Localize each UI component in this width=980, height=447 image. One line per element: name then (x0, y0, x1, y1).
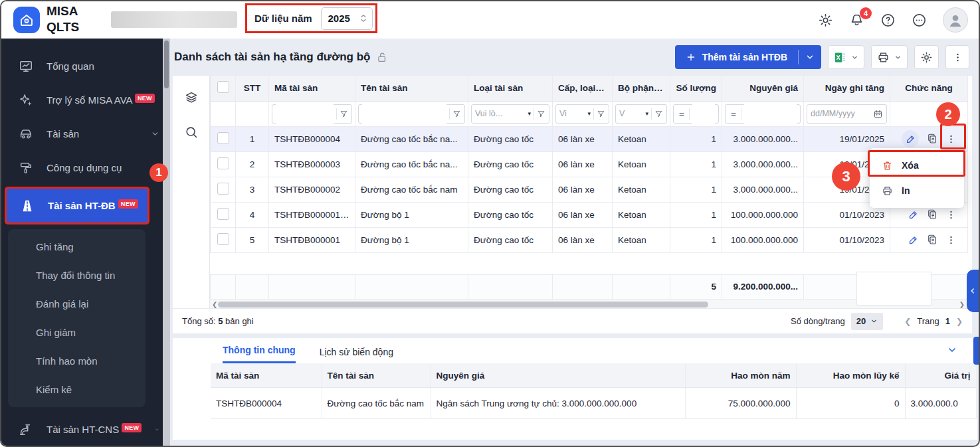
context-menu-delete[interactable]: Xóa (870, 153, 964, 178)
pinned-actions-summary-cell (856, 272, 931, 306)
add-asset-dropdown-button[interactable] (799, 45, 821, 69)
table-row[interactable]: 5 TSHTĐB000001 Đường bộ 1 Đường cao tốc … (211, 227, 968, 252)
funnel-icon[interactable] (340, 110, 348, 118)
col-so-luong[interactable]: Số lượng (670, 76, 722, 101)
row-checkbox[interactable] (217, 157, 229, 169)
col-stt[interactable]: STT (236, 76, 269, 101)
settings-button[interactable] (818, 13, 833, 28)
submenu-item-danh-gia-lai[interactable]: Đánh giá lại (8, 290, 146, 318)
collapse-panel-icon[interactable] (947, 345, 957, 355)
duplicate-button[interactable] (926, 234, 938, 246)
filter-cost-input[interactable] (744, 104, 797, 124)
dcol-gia-tri: Giá trị (905, 363, 976, 388)
collapse-side-tab[interactable] (967, 270, 979, 312)
layers-icon[interactable] (184, 90, 199, 105)
tab-thong-tin-chung[interactable]: Thông tin chung (223, 345, 296, 363)
filter-code-input[interactable] (276, 104, 334, 124)
help-button[interactable] (880, 13, 896, 28)
cell-grade: 06 làn xe (553, 202, 613, 227)
horizontal-scrollbar-thumb[interactable] (218, 302, 708, 308)
more-button[interactable] (912, 13, 927, 28)
detail-row[interactable]: TSHTĐB000004 Đường cao tốc bắc nam Ngân … (211, 388, 976, 419)
col-bo-phan[interactable]: Bộ phận s... (613, 76, 670, 101)
filter-qty-input[interactable] (692, 104, 715, 124)
edit-button[interactable] (908, 209, 919, 221)
sidebar-item-label: Trợ lý số MISA AVA NEW (47, 94, 159, 106)
funnel-icon[interactable] (654, 110, 663, 118)
cell-name: Đường cao tốc bắc na... (355, 151, 468, 177)
data-year-select[interactable]: 2025 (321, 7, 373, 30)
cell-type: Đường cao tốc (468, 177, 553, 202)
filter-grade-select[interactable]: Vi▾ (555, 104, 609, 124)
sidebar-item-misa-ava[interactable]: Trợ lý số MISA AVA NEW (1, 83, 170, 117)
sidebar-scrollbar-thumb[interactable] (164, 41, 169, 88)
table-row[interactable]: 4 TSHTĐB000001 ... Đường bộ 1 Đường cao … (211, 202, 968, 227)
sidebar-item-tai-san-ht-cns[interactable]: Tài sản HT-CNS NEW (1, 412, 170, 446)
col-ma-tai-san[interactable]: Mã tài sản (269, 76, 355, 101)
sidebar-item-tai-san[interactable]: Tài sản (1, 117, 170, 151)
col-nguyen-gia[interactable]: Nguyên giá (722, 76, 804, 101)
col-ten-tai-san[interactable]: Tên tài sản (355, 76, 468, 101)
filter-date-picker[interactable]: dd/MM/yyyy (807, 104, 887, 124)
select-all-checkbox[interactable] (217, 81, 229, 93)
row-checkbox[interactable] (217, 183, 229, 195)
year-spinner[interactable] (357, 14, 372, 23)
funnel-icon[interactable] (537, 110, 545, 118)
select-all-header[interactable] (211, 76, 236, 101)
row-menu-button[interactable] (945, 234, 957, 246)
export-excel-button[interactable] (828, 45, 864, 69)
context-menu-print[interactable]: In (870, 178, 964, 203)
summary-empty (613, 274, 670, 299)
page-size-select[interactable]: 20 (851, 313, 883, 330)
filter-dept-select[interactable]: V▾ (615, 104, 667, 124)
submenu-item-tinh-hao-mon[interactable]: Tính hao mòn (8, 347, 146, 375)
new-badge: NEW (135, 94, 155, 103)
lock-open-icon[interactable] (376, 51, 389, 64)
row-checkbox[interactable] (217, 233, 229, 245)
user-avatar[interactable] (943, 7, 968, 33)
prev-page-button[interactable]: ❮ (904, 317, 911, 326)
house-icon (19, 12, 35, 28)
sidebar-item-tai-san-ht-db[interactable]: Tài sản HT-ĐB NEW (7, 189, 147, 223)
add-asset-button[interactable]: Thêm tài sản HTĐB (675, 45, 798, 69)
next-page-button[interactable]: ❯ (956, 317, 963, 326)
page-number-input[interactable]: 1 (945, 316, 950, 326)
submenu-item-thay-doi-thong-tin[interactable]: Thay đổi thông tin (8, 261, 146, 290)
detail-panel-scrollbar[interactable] (973, 337, 979, 365)
row-checkbox[interactable] (217, 132, 229, 144)
redacted-org-name (111, 11, 237, 28)
search-icon[interactable] (184, 125, 199, 139)
edit-button[interactable] (902, 130, 919, 147)
row-menu-button[interactable] (945, 209, 957, 221)
row-checkbox[interactable] (217, 208, 229, 220)
filter-name-input[interactable] (362, 104, 446, 124)
row-menu-button[interactable] (945, 134, 957, 145)
chevron-down-icon (870, 317, 878, 325)
print-button[interactable] (871, 45, 908, 69)
col-cap-loai[interactable]: Cấp, loại t... (553, 76, 613, 101)
filter-operator[interactable]: = (729, 109, 738, 119)
tab-lich-su-bien-dong[interactable]: Lịch sử biến động (320, 347, 393, 363)
submenu-item-ghi-tang[interactable]: Ghi tăng (8, 232, 146, 261)
more-actions-button[interactable] (945, 45, 969, 69)
printer-icon (882, 185, 893, 197)
filter-placeholder: V (619, 109, 642, 118)
submenu-item-kiem-ke[interactable]: Kiểm kê (8, 375, 146, 404)
col-ngay-ghi-tang[interactable]: Ngày ghi tăng (804, 76, 890, 101)
notifications-button[interactable]: 4 (849, 13, 864, 28)
funnel-icon[interactable] (452, 110, 461, 118)
table-row[interactable]: 1 TSHTĐB000004 Đường cao tốc bắc na... Đ… (211, 126, 968, 151)
edit-button[interactable] (908, 234, 919, 246)
col-loai-tai-san[interactable]: Loại tài sản (468, 76, 553, 101)
duplicate-button[interactable] (926, 209, 938, 221)
sidebar-item-cong-cu-dung-cu[interactable]: Công cụ dụng cụ (1, 151, 170, 185)
sidebar-item-tong-quan[interactable]: Tổng quan (1, 49, 170, 83)
table-settings-button[interactable] (914, 45, 939, 69)
filter-operator[interactable]: = (677, 109, 686, 119)
duplicate-button[interactable] (926, 133, 938, 145)
sidebar-scrollbar-track[interactable] (163, 39, 170, 446)
filter-type-select[interactable]: Vui lò...▾ (471, 104, 549, 124)
app-logo[interactable] (13, 7, 40, 33)
funnel-icon[interactable] (597, 110, 605, 118)
submenu-item-ghi-giam[interactable]: Ghi giảm (8, 318, 146, 347)
